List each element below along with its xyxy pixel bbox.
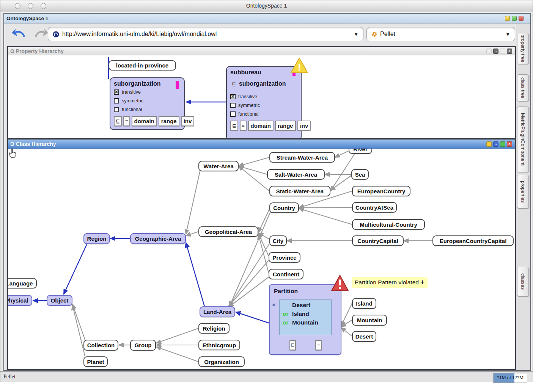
frame-maximize-icon[interactable] (512, 16, 517, 21)
warning-yellow-icon[interactable]: ! (290, 57, 308, 74)
prop-maximize-icon[interactable] (500, 49, 505, 54)
class-node-collection[interactable]: Collection (83, 340, 118, 351)
partition-definition-box[interactable]: Desert or Island or Mountain (279, 299, 332, 335)
reasoner-text: Pellet (380, 31, 502, 38)
subclass-edge (299, 207, 352, 208)
property-node-located-in-province[interactable]: located-in-province (108, 60, 176, 71)
class-node-region[interactable]: Region (83, 233, 110, 244)
parent-property-label[interactable]: suborganization (239, 80, 286, 87)
url-combobox[interactable]: http://www.informatik.uni-ulm.de/ki/Lieb… (48, 27, 363, 41)
class-node-geopolitical-area[interactable]: Geopolitical-Area (198, 226, 258, 237)
class-node-european-country[interactable]: EuropeanCountry (352, 186, 410, 196)
member-label[interactable]: Mountain (292, 319, 318, 326)
class-node-physical[interactable]: Physical (8, 295, 32, 306)
equivalence-button[interactable]: ≡ (123, 116, 130, 126)
toolbar: http://www.informatik.uni-ulm.de/ki/Lieb… (4, 24, 516, 45)
class-node-object[interactable]: Object (47, 295, 72, 306)
frame-titlebar[interactable]: OntologySpace 1 (4, 14, 530, 24)
property-panel-title: O Property Hierarchy (10, 48, 64, 54)
class-node-group[interactable]: Group (130, 340, 156, 351)
property-box-subbureau[interactable]: subbureau ⊑ suborganization transitive s… (226, 66, 302, 138)
inv-button[interactable]: inv (297, 121, 311, 131)
class-node-water-area[interactable]: Water-Area (198, 161, 239, 171)
class-close-icon[interactable]: × (507, 141, 512, 147)
prop-close-icon[interactable]: × (507, 49, 512, 54)
class-node-religion[interactable]: Religion (198, 323, 230, 334)
tab-class-tree[interactable]: class tree (517, 74, 529, 101)
functional-row: functional (230, 111, 297, 117)
class-node-ethnicgroup[interactable]: Ethnicgroup (198, 340, 240, 350)
back-icon[interactable] (12, 28, 25, 38)
status-bar: Pellet (0, 371, 533, 382)
class-maximize-icon[interactable] (500, 141, 505, 147)
functional-checkbox[interactable] (230, 111, 236, 117)
functional-checkbox[interactable] (114, 107, 119, 112)
tab-metric-plugin[interactable]: MetricPluginComponent (517, 107, 529, 172)
prop-detach-icon[interactable]: → (493, 49, 498, 54)
memory-indicator[interactable]: 71M of 127M (493, 373, 527, 383)
domain-button[interactable]: domain (132, 116, 157, 126)
equivalence-button[interactable]: ≡ (240, 121, 247, 131)
class-node-language[interactable]: Language (8, 278, 37, 289)
svg-text:!: ! (298, 61, 301, 73)
class-panel-titlebar[interactable]: O Class Hierarchy → × (8, 140, 515, 149)
frame-close-icon[interactable] (519, 16, 524, 21)
class-minimize-icon[interactable] (486, 141, 492, 147)
transitive-checkbox[interactable] (230, 94, 236, 99)
class-node-planet[interactable]: Planet (83, 356, 108, 367)
class-node-continent[interactable]: Continent (269, 269, 303, 279)
class-node-mountain[interactable]: Mountain (352, 315, 387, 326)
class-node-salt-water-area[interactable]: Salt-Water-Area (267, 169, 325, 180)
class-node-island[interactable]: Island (352, 298, 376, 309)
url-caret-icon[interactable]: ▼ (354, 31, 358, 37)
reasoner-caret-icon[interactable]: ▼ (505, 31, 510, 37)
tab-properties[interactable]: properties (517, 175, 529, 209)
violation-tooltip: Partition Pattern violated + (352, 277, 428, 288)
equivalence-button[interactable]: ≡ (315, 340, 322, 350)
or-operator: or (283, 310, 289, 317)
class-node-organization[interactable]: Organization (198, 356, 245, 367)
symmetric-checkbox[interactable] (114, 98, 119, 103)
class-node-static-water-area[interactable]: Static-Water-Area (269, 186, 330, 196)
symmetric-checkbox[interactable] (230, 103, 236, 108)
range-button[interactable]: range (159, 116, 179, 126)
expand-plus-icon[interactable]: + (420, 278, 425, 286)
class-node-country[interactable]: Country (269, 202, 299, 213)
member-label[interactable]: Island (292, 310, 309, 317)
class-node-multicultural-country[interactable]: Multicultural-Country (352, 219, 425, 230)
frame-minimize-icon[interactable] (505, 16, 510, 21)
tab-property-tree[interactable]: property tree (517, 33, 529, 64)
class-node-sea[interactable]: Sea (351, 169, 369, 180)
subsumption-button[interactable]: ⊑ (114, 116, 122, 126)
url-text: http://www.informatik.uni-ulm.de/ki/Lieb… (62, 31, 351, 38)
mac-window: OntologySpace 1 OntologySpace 1 http://w… (0, 0, 533, 382)
prop-minimize-icon[interactable] (486, 49, 492, 54)
class-node-partition[interactable]: Partition ≡ Desert or Island or (269, 284, 341, 355)
class-node-stream-water-area[interactable]: Stream-Water-Area (269, 152, 335, 163)
class-node-city[interactable]: City (269, 235, 287, 246)
property-box-suborganization[interactable]: suborganization transitive symmetric fun… (110, 77, 185, 130)
forward-icon[interactable] (35, 28, 48, 38)
class-node-country-at-sea[interactable]: CountryAtSea (352, 202, 397, 213)
subbureau-title: subbureau (230, 69, 297, 76)
reasoner-combobox[interactable]: Pellet ▼ (366, 27, 515, 41)
tab-classes[interactable]: classes (517, 267, 529, 296)
class-node-country-capital[interactable]: CountryCapital (352, 235, 404, 246)
inv-button[interactable]: inv (181, 116, 195, 126)
member-label[interactable]: Desert (292, 302, 310, 309)
class-node-geographic-area[interactable]: Geographic-Area (130, 233, 186, 244)
range-button[interactable]: range (275, 121, 296, 131)
class-node-province[interactable]: Province (269, 252, 300, 263)
domain-button[interactable]: domain (248, 121, 274, 131)
class-node-european-country-capital[interactable]: EuropeanCountryCapital (432, 235, 514, 246)
class-node-river[interactable]: River (349, 149, 372, 154)
transitive-checkbox[interactable] (114, 89, 119, 95)
subsumption-button[interactable]: ⊑ (289, 340, 296, 350)
warning-red-icon[interactable] (331, 274, 349, 292)
property-panel-titlebar[interactable]: O Property Hierarchy → × (8, 47, 515, 55)
subsumption-button[interactable]: ⊑ (230, 121, 238, 131)
class-node-land-area[interactable]: Land-Area (200, 306, 235, 317)
suborganization-title: suborganization (114, 80, 181, 87)
class-node-desert[interactable]: Desert (352, 331, 376, 342)
class-detach-icon[interactable]: → (493, 141, 498, 147)
